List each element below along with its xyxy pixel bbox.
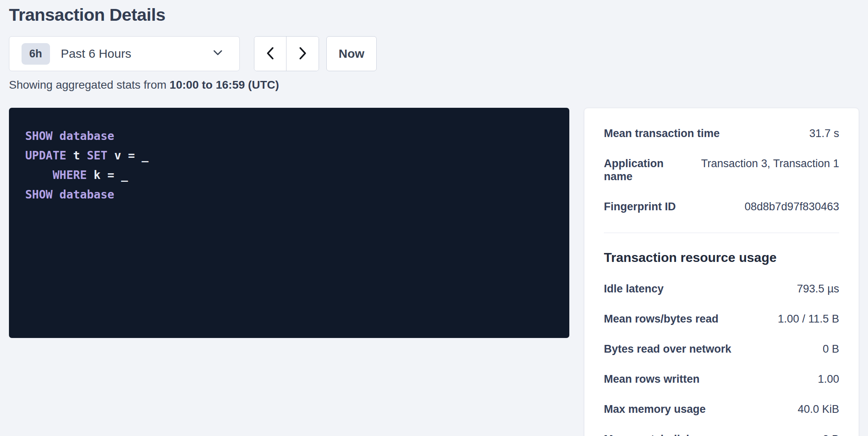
card-divider bbox=[604, 233, 839, 233]
sql-keyword: SHOW bbox=[25, 129, 52, 143]
stat-value: 40.0 KiB bbox=[798, 403, 839, 416]
prev-time-interval-button[interactable] bbox=[254, 37, 286, 71]
sql-statement-box: SHOW database UPDATE t SET v = _ WHERE k… bbox=[9, 108, 569, 338]
aggregated-stats-subtitle: Showing aggregated stats from 10:00 to 1… bbox=[9, 78, 859, 92]
stat-value: 1.00 / 11.5 B bbox=[778, 312, 839, 325]
transaction-stats-card: Mean transaction time 31.7 s Application… bbox=[584, 108, 859, 436]
stat-label: Mean rows written bbox=[604, 373, 708, 386]
sql-keyword: UPDATE bbox=[25, 149, 66, 162]
resource-usage-heading: Transaction resource usage bbox=[604, 250, 839, 265]
sql-line: WHERE k = _ bbox=[25, 166, 553, 185]
stat-row-bytes-read-over-network: Bytes read over network 0 B bbox=[604, 342, 839, 355]
time-range-label: Past 6 Hours bbox=[61, 47, 212, 61]
chevron-left-icon bbox=[265, 46, 276, 61]
sql-keyword: SHOW bbox=[25, 188, 52, 201]
stat-row-max-memory-usage: Max memory usage 40.0 KiB bbox=[604, 403, 839, 416]
stat-row-application-name: Application name Transaction 3, Transact… bbox=[604, 157, 839, 183]
page-title: Transaction Details bbox=[9, 5, 859, 25]
sql-placeholder: _ bbox=[121, 168, 128, 182]
sql-line: SHOW database bbox=[25, 185, 553, 205]
chevron-down-icon bbox=[212, 49, 224, 59]
stat-row-fingerprint-id: Fingerprint ID 08d8b7d97f830463 bbox=[604, 200, 839, 213]
stat-label: Max scratch disk usage bbox=[604, 433, 735, 436]
sql-keyword: database bbox=[59, 129, 114, 143]
stat-row-mean-rows-written: Mean rows written 1.00 bbox=[604, 373, 839, 386]
stat-label: Idle latency bbox=[604, 282, 672, 295]
sql-line: SHOW database bbox=[25, 126, 553, 146]
transaction-details-page: Transaction Details 6h Past 6 Hours Now … bbox=[0, 0, 868, 436]
stat-value: 31.7 s bbox=[809, 127, 839, 140]
subtitle-prefix: Showing aggregated stats from bbox=[9, 78, 169, 91]
chevron-right-icon bbox=[297, 46, 308, 61]
stat-label: Fingerprint ID bbox=[604, 200, 684, 213]
stat-row-mean-transaction-time: Mean transaction time 31.7 s bbox=[604, 127, 839, 140]
stat-label: Max memory usage bbox=[604, 403, 714, 416]
time-range-dropdown[interactable]: 6h Past 6 Hours bbox=[9, 36, 240, 71]
sql-identifier: k bbox=[94, 168, 101, 182]
sql-keyword: database bbox=[59, 188, 114, 201]
sql-keyword: WHERE bbox=[52, 168, 87, 182]
subtitle-time-range: 10:00 to 16:59 (UTC) bbox=[169, 78, 279, 91]
stat-row-mean-rows-bytes-read: Mean rows/bytes read 1.00 / 11.5 B bbox=[604, 312, 839, 325]
stat-label: Application name bbox=[604, 157, 701, 183]
time-controls: 6h Past 6 Hours Now bbox=[9, 36, 859, 71]
sql-operator: = bbox=[107, 168, 114, 182]
stat-value: 0 B bbox=[822, 342, 839, 355]
stat-value: 0 B bbox=[822, 433, 839, 436]
sql-line: UPDATE t SET v = _ bbox=[25, 146, 553, 166]
now-button[interactable]: Now bbox=[326, 36, 377, 71]
stat-value: Transaction 3, Transaction 1 bbox=[701, 157, 839, 170]
stat-label: Bytes read over network bbox=[604, 342, 740, 355]
sql-identifier: t bbox=[73, 149, 80, 162]
stat-label: Mean rows/bytes read bbox=[604, 312, 727, 325]
sql-placeholder: _ bbox=[142, 149, 149, 162]
next-time-interval-button[interactable] bbox=[286, 37, 319, 71]
stat-row-max-scratch-disk-usage: Max scratch disk usage 0 B bbox=[604, 433, 839, 436]
sql-identifier: v bbox=[114, 149, 121, 162]
stat-label: Mean transaction time bbox=[604, 127, 728, 140]
stat-value: 08d8b7d97f830463 bbox=[744, 200, 839, 213]
time-range-badge: 6h bbox=[22, 43, 50, 65]
stat-row-idle-latency: Idle latency 793.5 µs bbox=[604, 282, 839, 295]
time-interval-pager bbox=[254, 36, 319, 71]
sql-keyword: SET bbox=[87, 149, 108, 162]
sql-operator: = bbox=[128, 149, 135, 162]
main-content: SHOW database UPDATE t SET v = _ WHERE k… bbox=[9, 108, 859, 436]
stat-value: 793.5 µs bbox=[797, 282, 839, 295]
stat-value: 1.00 bbox=[818, 373, 839, 386]
